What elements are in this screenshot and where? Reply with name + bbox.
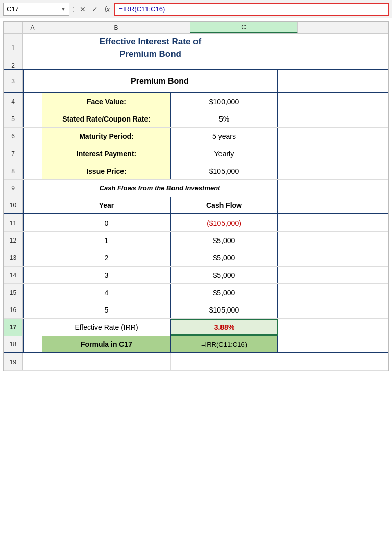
row19-b [42, 353, 171, 370]
row14-a [23, 267, 42, 283]
row5-a [23, 110, 42, 127]
sheet-row-6: 6 Maturity Period: 5 years [4, 128, 388, 145]
row17-a [23, 319, 42, 336]
row7-a [23, 145, 42, 162]
row14-c: $5,000 [171, 267, 278, 283]
sheet-row-1: 1 Effective Interest Rate of Premium Bon… [4, 34, 388, 62]
row17-c-irr-value[interactable]: 3.88% [171, 319, 278, 336]
row9-bc: Cash Flows from the Bond Investment [42, 180, 278, 197]
row9-a [23, 180, 42, 197]
row10-a [23, 197, 42, 213]
sheet-row-2: 2 [4, 62, 388, 70]
row14-b: 3 [42, 267, 171, 283]
row-num-7: 7 [4, 145, 23, 162]
name-box-value: C17 [7, 5, 19, 13]
row11-a [23, 214, 42, 231]
row12-c: $5,000 [171, 232, 278, 249]
row13-b: 2 [42, 249, 171, 266]
row15-a [23, 284, 42, 301]
name-box-arrow-icon[interactable]: ▼ [61, 6, 66, 12]
row4-b: Face Value: [42, 93, 171, 110]
confirm-icon[interactable]: ✓ [90, 5, 100, 13]
row-num-19: 19 [4, 353, 23, 370]
sheet-row-16: 16 5 $105,000 [4, 301, 388, 319]
row12-a [23, 232, 42, 249]
row-num-4: 4 [4, 93, 23, 110]
row15-b: 4 [42, 284, 171, 301]
sheet-row-7: 7 Interest Payment: Yearly [4, 145, 388, 162]
row-num-15: 15 [4, 284, 23, 301]
sheet-row-4: 4 Face Value: $100,000 [4, 93, 388, 110]
sheet-row-19: 19 [4, 353, 388, 371]
column-header-row: A B C [4, 22, 388, 34]
row15-c: $5,000 [171, 284, 278, 301]
row16-c: $105,000 [171, 301, 278, 318]
row19-c [171, 353, 278, 370]
row10-b: Year [42, 197, 171, 213]
row-num-17: 17 [4, 319, 23, 336]
spreadsheet: A B C 1 Effective Interest Rate of Premi… [3, 21, 389, 371]
row-num-9: 9 [4, 180, 23, 197]
page-title-line1: Effective Interest Rate of [100, 36, 201, 48]
row3-a [23, 70, 42, 92]
row4-c: $100,000 [171, 93, 278, 110]
col-header-a[interactable]: A [23, 22, 42, 33]
row7-c: Yearly [171, 145, 278, 162]
row16-a [23, 301, 42, 318]
row13-a [23, 249, 42, 266]
row7-b: Interest Payment: [42, 145, 171, 162]
name-box[interactable]: C17 ▼ [3, 3, 69, 16]
sheet-row-8: 8 Issue Price: $105,000 [4, 162, 388, 180]
row18-c: =IRR(C11:C16) [171, 336, 278, 352]
row12-b: 1 [42, 232, 171, 249]
row-num-3: 3 [4, 70, 23, 92]
sheet-row-12: 12 1 $5,000 [4, 232, 388, 249]
sheet-row-11: 11 0 ($105,000) [4, 214, 388, 232]
sheet-row-5: 5 Stated Rate/Coupon Rate: 5% [4, 110, 388, 128]
sheet-row-13: 13 2 $5,000 [4, 249, 388, 267]
corner-header [4, 22, 23, 33]
page-title-line2: Premium Bond [100, 48, 201, 60]
row8-a [23, 162, 42, 179]
row-num-14: 14 [4, 267, 23, 283]
row-num-6: 6 [4, 128, 23, 145]
formula-bar: C17 ▼ : ✕ ✓ fx [0, 0, 392, 18]
row-num-11: 11 [4, 214, 23, 231]
row18-b: Formula in C17 [42, 336, 171, 352]
row-num-8: 8 [4, 162, 23, 179]
row-num-5: 5 [4, 110, 23, 127]
row8-b: Issue Price: [42, 162, 171, 179]
row5-b: Stated Rate/Coupon Rate: [42, 110, 171, 127]
row-num-12: 12 [4, 232, 23, 249]
sheet-row-18: 18 Formula in C17 =IRR(C11:C16) [4, 336, 388, 353]
sheet-row-3: 3 Premium Bond [4, 70, 388, 93]
row17-b: Effective Rate (IRR) [42, 319, 171, 336]
sheet-row-15: 15 4 $5,000 [4, 284, 388, 301]
sheet-row-17: 17 Effective Rate (IRR) 3.88% [4, 319, 388, 336]
row16-b: 5 [42, 301, 171, 318]
row8-c: $105,000 [171, 162, 278, 179]
row3-bc: Premium Bond [42, 70, 278, 92]
formula-input[interactable] [114, 3, 389, 16]
col-header-b[interactable]: B [42, 22, 190, 33]
row11-c: ($105,000) [171, 214, 278, 231]
row18-a [23, 336, 42, 352]
fx-label: fx [104, 5, 110, 13]
row-num-2: 2 [4, 62, 23, 69]
row10-c: Cash Flow [171, 197, 278, 213]
row-num-1: 1 [4, 34, 23, 62]
row4-a [23, 93, 42, 110]
cancel-icon[interactable]: ✕ [78, 5, 88, 13]
row6-a [23, 128, 42, 145]
row5-c: 5% [171, 110, 278, 127]
row-num-16: 16 [4, 301, 23, 318]
row11-b: 0 [42, 214, 171, 231]
title-cell: Effective Interest Rate of Premium Bond [23, 34, 278, 62]
row19-a [23, 353, 42, 370]
row2-empty [23, 62, 278, 69]
row-num-18: 18 [4, 336, 23, 352]
row6-c: 5 years [171, 128, 278, 145]
col-header-c[interactable]: C [190, 22, 298, 33]
row6-b: Maturity Period: [42, 128, 171, 145]
formula-bar-separator: : [72, 5, 75, 14]
